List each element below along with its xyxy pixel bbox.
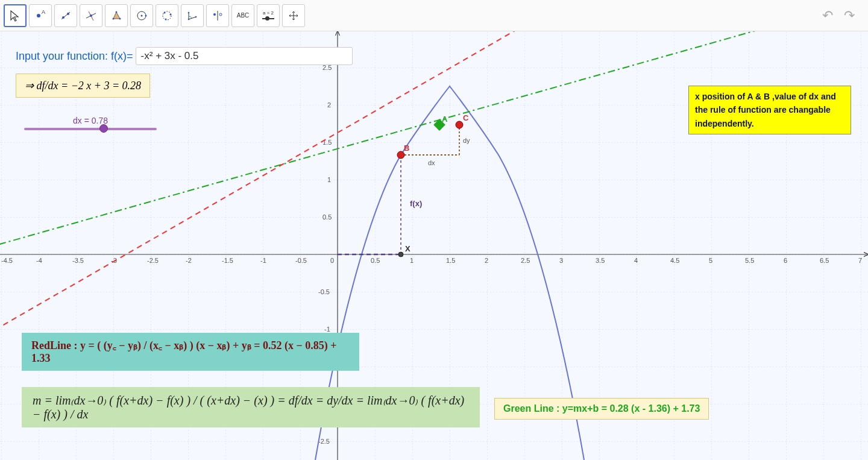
svg-text:-4: -4 [36, 257, 42, 264]
svg-text:2.5: 2.5 [521, 257, 530, 264]
svg-text:-0.5: -0.5 [295, 257, 307, 264]
svg-marker-8 [113, 12, 120, 19]
svg-text:-2: -2 [186, 257, 192, 264]
svg-text:1: 1 [410, 257, 414, 264]
svg-text:6: 6 [784, 257, 787, 264]
svg-text:3.5: 3.5 [596, 257, 605, 264]
svg-text:0.5: 0.5 [371, 257, 380, 264]
tool-polygon[interactable] [105, 4, 128, 27]
svg-text:2: 2 [485, 257, 488, 264]
function-input-row: Input your function: f(x)= [16, 47, 353, 65]
svg-point-20 [188, 18, 190, 20]
svg-text:-2.5: -2.5 [147, 257, 159, 264]
svg-point-0 [37, 14, 40, 17]
svg-text:6.5: 6.5 [820, 257, 829, 264]
tool-slider-label: a = 2 [263, 10, 274, 16]
note-box: x position of A & B ,value of dx and the… [688, 86, 851, 134]
svg-text:A: A [442, 115, 448, 124]
svg-point-23 [213, 13, 216, 16]
dx-slider[interactable]: dx = 0.78 [24, 116, 157, 130]
tool-text[interactable]: ABC [231, 4, 254, 27]
svg-text:4: 4 [634, 257, 638, 264]
redline-formula: RedLine : y = ( (y꜀ − yᵦ) / (x꜀ − xᵦ) ) … [22, 333, 359, 371]
tool-move[interactable] [4, 4, 27, 27]
svg-point-62 [456, 121, 463, 128]
tool-line[interactable] [54, 4, 77, 27]
tool-perpendicular[interactable] [80, 4, 102, 27]
svg-text:1.5: 1.5 [446, 257, 455, 264]
function-input-label: Input your function: f(x)= [16, 50, 133, 63]
svg-text:-1: -1 [324, 326, 330, 333]
svg-text:A: A [42, 10, 45, 15]
graph-canvas[interactable]: -4.5 -4 -3.5 -3 -2.5 -2 -1.5 -1 -0.5 0 0… [0, 31, 868, 460]
svg-text:-1: -1 [260, 257, 266, 264]
dx-slider-label: dx = 0.78 [24, 116, 157, 125]
svg-point-24 [219, 13, 222, 16]
svg-point-11 [119, 17, 121, 19]
svg-text:B: B [404, 143, 409, 153]
svg-point-18 [165, 18, 167, 20]
toolbar: A ABC a = 2 ↶ ↷ [0, 0, 868, 31]
svg-text:-0.5: -0.5 [318, 288, 330, 295]
function-input[interactable] [136, 47, 353, 65]
svg-text:X: X [405, 244, 410, 253]
tool-slider[interactable]: a = 2 [257, 4, 280, 27]
svg-text:0: 0 [330, 257, 334, 264]
svg-point-10 [116, 11, 118, 13]
svg-text:5: 5 [709, 257, 712, 264]
derivative-box: ⇒ df/dx = −2 x + 3 = 0.28 [16, 74, 150, 98]
tool-angle[interactable] [181, 4, 204, 27]
svg-text:4.5: 4.5 [670, 257, 679, 264]
svg-point-9 [113, 17, 115, 19]
svg-text:1: 1 [327, 176, 331, 183]
svg-text:1.5: 1.5 [322, 139, 332, 146]
tool-reflect[interactable] [206, 4, 229, 27]
svg-point-13 [141, 14, 143, 16]
svg-point-19 [188, 11, 190, 13]
svg-text:3: 3 [559, 257, 563, 264]
label-dx: dx [428, 159, 435, 166]
svg-point-7 [90, 14, 92, 17]
svg-point-16 [164, 11, 166, 13]
greenline-formula: Green Line : y=mx+b = 0.28 (x - 1.36) + … [494, 398, 709, 420]
svg-point-14 [145, 14, 147, 16]
svg-text:-1.5: -1.5 [222, 257, 233, 264]
undo-redo-group: ↶ ↷ [819, 7, 864, 25]
svg-text:C: C [463, 113, 469, 122]
derivative-text: ⇒ df/dx = −2 x + 3 = 0.28 [25, 80, 141, 92]
dx-slider-track[interactable] [24, 128, 157, 130]
tool-point[interactable]: A [29, 4, 52, 27]
svg-point-17 [170, 13, 172, 15]
svg-text:0.5: 0.5 [322, 213, 332, 221]
tool-circle3[interactable] [156, 4, 178, 27]
svg-text:-4.5: -4.5 [1, 257, 13, 264]
svg-point-66 [398, 252, 403, 257]
redo-button[interactable]: ↷ [840, 7, 858, 25]
svg-text:7: 7 [858, 257, 862, 264]
svg-text:-2.5: -2.5 [318, 438, 330, 445]
svg-text:-3.5: -3.5 [72, 257, 84, 264]
tool-pan[interactable] [282, 4, 305, 27]
svg-point-4 [67, 13, 69, 15]
undo-button[interactable]: ↶ [819, 7, 837, 25]
label-dy: dy [463, 137, 470, 144]
tool-circle[interactable] [130, 4, 153, 27]
label-fx: f(x) [410, 199, 422, 208]
limit-formula: m = lim₍dx→0₎ ( f(x+dx) − f(x) ) / ( (x+… [22, 387, 480, 427]
svg-text:5.5: 5.5 [745, 257, 754, 264]
svg-text:2: 2 [327, 101, 331, 109]
svg-point-21 [195, 16, 197, 17]
svg-point-3 [62, 16, 64, 19]
